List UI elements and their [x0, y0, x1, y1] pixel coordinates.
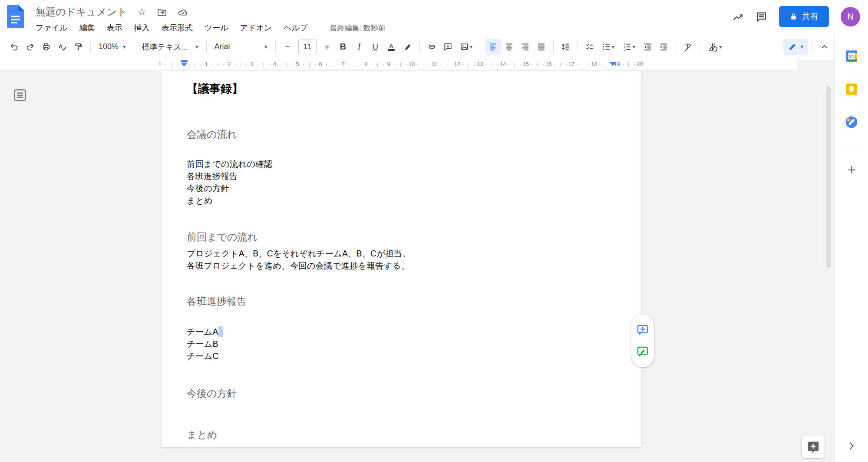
ruler-tick [577, 64, 578, 65]
doc-line[interactable]: チームB [187, 338, 223, 350]
ruler-tick [326, 64, 327, 65]
insert-link-button[interactable] [424, 39, 440, 55]
text-selection-highlight [218, 326, 223, 337]
font-size-input[interactable]: 11 [298, 40, 317, 54]
decrease-indent-button[interactable] [640, 39, 656, 55]
cloud-saved-icon[interactable] [178, 7, 188, 17]
spell-check-button[interactable]: A [54, 39, 70, 55]
share-button[interactable]: 共有 [779, 6, 829, 27]
doc-line[interactable]: チームC [187, 350, 223, 362]
doc-heading-flow[interactable]: 会議の流れ [187, 128, 237, 141]
doc-line[interactable]: プロジェクトA、B、CをそれぞれチームA、B、Cが担当。 [187, 247, 411, 259]
toolbar-divider [206, 41, 207, 53]
font-select[interactable]: Arial ▾ [211, 40, 271, 54]
doc-heading-future[interactable]: 今後の方針 [187, 387, 237, 400]
google-docs-logo-icon[interactable] [7, 5, 24, 28]
show-outline-button[interactable] [11, 86, 29, 104]
chevron-down-icon: ▾ [633, 44, 635, 50]
menu-format[interactable]: 表示形式 [162, 23, 193, 33]
menu-insert[interactable]: 挿入 [134, 23, 150, 33]
document-stats-icon[interactable] [732, 11, 744, 23]
add-comment-margin-button[interactable] [636, 323, 649, 336]
italic-button[interactable]: I [351, 39, 367, 55]
undo-button[interactable] [6, 39, 22, 55]
styles-select[interactable]: 標準テキス... ▾ [138, 40, 202, 54]
insert-image-button[interactable]: ▾ [456, 39, 477, 55]
numbered-list-button[interactable]: 1 2 3 ▾ [619, 39, 640, 55]
menu-edit[interactable]: 編集 [79, 23, 95, 33]
hide-menus-button[interactable] [816, 39, 832, 55]
print-button[interactable] [38, 39, 54, 55]
doc-paragraph-teams[interactable]: チームA チームB チームC [187, 326, 223, 362]
align-right-button[interactable] [517, 39, 533, 55]
google-keep-button[interactable] [842, 79, 861, 99]
menu-help[interactable]: ヘルプ [284, 23, 307, 33]
comment-history-icon[interactable] [756, 11, 767, 23]
redo-button[interactable] [22, 39, 38, 55]
doc-line[interactable]: まとめ [187, 194, 272, 206]
vertical-scrollbar[interactable] [826, 86, 831, 268]
doc-paragraph-prev[interactable]: プロジェクトA、B、CをそれぞれチームA、B、Cが担当。 各班プロジェクトを進め… [187, 247, 411, 272]
doc-heading-prev[interactable]: 前回までの流れ [187, 230, 257, 244]
last-edit-link[interactable]: 最終編集: 数秒前 [330, 23, 385, 33]
suggest-edits-margin-button[interactable] [636, 345, 649, 358]
first-line-indent-marker[interactable] [181, 60, 188, 62]
editing-mode-button[interactable]: ▾ [783, 39, 808, 55]
text-color-button[interactable]: A [383, 39, 399, 55]
input-tools-button[interactable]: あ ▾ [704, 39, 727, 55]
left-indent-marker[interactable] [181, 60, 188, 66]
doc-line[interactable]: 各班プロジェクトを進め、今回の会議で進捗を報告する。 [187, 259, 411, 272]
explore-button[interactable] [802, 435, 825, 458]
doc-line[interactable]: 各班進捗報告 [187, 170, 272, 182]
line-spacing-button[interactable] [558, 39, 574, 55]
add-comment-button[interactable] [440, 39, 456, 55]
doc-paragraph-agenda[interactable]: 前回までの流れの確認 各班進捗報告 今後の方針 まとめ [187, 158, 272, 206]
bold-button[interactable]: B [335, 39, 351, 55]
paint-format-button[interactable] [70, 39, 86, 55]
clear-formatting-button[interactable] [680, 39, 696, 55]
ruler-number: 14 [500, 61, 506, 67]
decrease-font-size-button[interactable]: − [280, 39, 296, 55]
increase-font-size-button[interactable]: ＋ [319, 39, 335, 55]
ruler-tick [292, 64, 293, 65]
right-indent-marker[interactable] [610, 62, 617, 66]
margin-action-pill [631, 314, 654, 367]
ruler-tick [560, 63, 561, 66]
doc-line[interactable]: 前回までの流れの確認 [187, 158, 272, 170]
doc-heading-progress[interactable]: 各班進捗報告 [187, 295, 247, 308]
google-calendar-button[interactable]: 31 [842, 46, 861, 66]
star-icon[interactable]: ☆ [138, 7, 147, 17]
menu-bar: ファイル 編集 表示 挿入 表示形式 ツール アドオン ヘルプ 最終編集: 数秒… [36, 23, 386, 33]
menu-view[interactable]: 表示 [107, 23, 122, 33]
ruler-number: 18 [591, 61, 597, 67]
doc-line[interactable]: チームA [187, 326, 223, 338]
menu-addons[interactable]: アドオン [240, 23, 272, 33]
ruler-tick [195, 63, 195, 66]
document-title[interactable]: 無題のドキュメント [36, 5, 127, 19]
google-tasks-button[interactable] [842, 112, 861, 132]
checklist-button[interactable] [582, 39, 598, 55]
underline-button[interactable]: U [367, 39, 383, 55]
get-addons-button[interactable]: ＋ [842, 160, 861, 179]
show-side-panel-button[interactable] [842, 436, 861, 456]
ruler-tick [165, 64, 166, 65]
document-page[interactable]: 【議事録】 会議の流れ 前回までの流れの確認 各班進捗報告 今後の方針 まとめ … [162, 71, 641, 447]
toolbar-divider [812, 41, 812, 53]
zoom-select[interactable]: 100% ▾ [95, 40, 130, 54]
toolbar: A 100% ▾ 標準テキス... ▾ Arial ▾ − 11 ＋ B I U… [0, 34, 868, 60]
align-center-button[interactable] [501, 39, 517, 55]
doc-heading-summary[interactable]: まとめ [187, 428, 218, 442]
ruler-tick [286, 63, 287, 66]
justify-button[interactable] [533, 39, 549, 55]
bulleted-list-button[interactable]: ▾ [598, 39, 619, 55]
doc-line[interactable]: 今後の方針 [187, 182, 272, 194]
account-avatar[interactable]: N [841, 7, 860, 27]
doc-heading-title[interactable]: 【議事録】 [187, 81, 243, 96]
move-folder-icon[interactable] [157, 7, 167, 17]
menu-tools[interactable]: ツール [205, 23, 228, 33]
increase-indent-button[interactable] [656, 39, 672, 55]
highlight-color-button[interactable] [399, 39, 416, 55]
align-left-button[interactable] [485, 39, 501, 55]
menu-file[interactable]: ファイル [36, 23, 68, 33]
ruler-tick [406, 64, 407, 65]
